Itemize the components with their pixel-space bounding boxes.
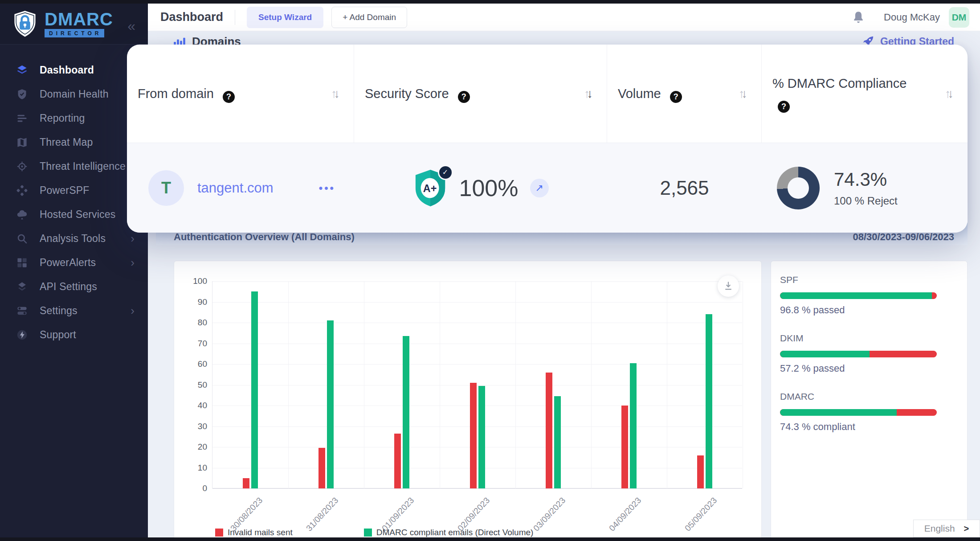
chart-legend: Invalid mails sentDMARC compliant emails… xyxy=(215,528,533,537)
sidebar-item-label: Threat Map xyxy=(40,136,93,148)
chevron-right-icon: > xyxy=(964,524,969,534)
bar-compliant xyxy=(251,291,258,488)
security-shield-icon: A+ ✓ xyxy=(413,168,448,208)
score-detail-arrow-button[interactable]: ↗ xyxy=(530,179,549,197)
stat-label: DMARC xyxy=(780,391,937,402)
help-icon[interactable]: ? xyxy=(778,101,790,113)
legend-item-dmarc-compliant-emails-direct-volume-[interactable]: DMARC compliant emails (Direct Volume) xyxy=(364,528,534,537)
row-menu-dots-icon[interactable]: ••• xyxy=(319,182,335,194)
x-axis-label: 04/09/2023 xyxy=(607,496,643,533)
gridline-h xyxy=(212,344,742,344)
table-header-row: From domain ?↑↓Security Score ?↑↓Volume … xyxy=(127,45,968,143)
y-axis-tick: 100 xyxy=(185,276,207,286)
compliance-percent: 74.3% xyxy=(834,169,898,190)
user-name[interactable]: Doug McKay xyxy=(884,12,940,23)
domain-link[interactable]: tangent.com xyxy=(197,180,274,196)
stat-bar-fill xyxy=(780,351,870,357)
sidebar-item-threat-map[interactable]: Threat Map xyxy=(0,130,148,154)
svg-text:A+: A+ xyxy=(423,182,437,194)
spf-dots-icon xyxy=(16,184,28,197)
bar-invalid xyxy=(697,455,704,488)
shield-lock-logo-icon xyxy=(12,10,37,38)
y-axis-tick: 30 xyxy=(185,422,207,431)
topbar-divider xyxy=(235,10,235,25)
sort-icons[interactable]: ↑↓ xyxy=(945,87,951,101)
download-icon xyxy=(723,280,734,292)
bar-compliant xyxy=(706,314,712,488)
gridline-h xyxy=(212,302,742,303)
stat-bar-spf xyxy=(780,292,937,299)
stat-value-text: 57.2 % passed xyxy=(780,363,937,374)
notifications-bell-icon[interactable] xyxy=(851,10,866,25)
legend-item-invalid-mails-sent[interactable]: Invalid mails sent xyxy=(215,528,293,537)
logo-title: DMARC xyxy=(45,10,113,28)
user-avatar[interactable]: DM xyxy=(949,7,969,28)
chart-download-button[interactable] xyxy=(718,275,739,297)
add-domain-button[interactable]: + Add Domain xyxy=(331,7,407,28)
legend-label: Invalid mails sent xyxy=(228,528,293,537)
sidebar-item-hosted-services[interactable]: Hosted Services xyxy=(0,202,148,226)
sidebar-item-label: Dashboard xyxy=(40,64,94,76)
bar-invalid xyxy=(470,383,477,488)
column-label: % DMARC Compliance ? xyxy=(772,74,927,114)
cloud-icon xyxy=(16,209,28,221)
domains-table-card: From domain ?↑↓Security Score ?↑↓Volume … xyxy=(127,45,968,233)
y-axis-tick: 0 xyxy=(185,484,207,493)
column-header-volume[interactable]: Volume ?↑↓ xyxy=(607,45,762,143)
sidebar-item-support[interactable]: Support xyxy=(0,323,148,347)
language-selector[interactable]: English > xyxy=(913,520,980,537)
sort-down-icon: ↓ xyxy=(587,87,590,100)
column-label: Security Score ? xyxy=(365,84,470,104)
bar-invalid xyxy=(318,448,325,488)
shield-check-icon xyxy=(16,88,28,100)
column-label: From domain ? xyxy=(138,84,235,104)
bar-invalid xyxy=(621,406,628,488)
stat-value-text: 96.8 % passed xyxy=(780,304,937,316)
sidebar-item-analysis-tools[interactable]: Analysis Tools› xyxy=(0,226,148,250)
column-label: Volume ? xyxy=(618,84,682,104)
bar-invalid xyxy=(394,434,401,488)
sidebar-item-reporting[interactable]: Reporting xyxy=(0,106,148,130)
sidebar-item-api-settings[interactable]: API Settings xyxy=(0,275,148,299)
setup-wizard-button[interactable]: Setup Wizard xyxy=(247,7,323,28)
help-icon[interactable]: ? xyxy=(458,91,470,103)
bar-compliant xyxy=(327,320,334,488)
legend-swatch xyxy=(364,529,372,537)
cell-security-score: A+ ✓ 100% ↗ xyxy=(354,143,607,233)
gridline-h xyxy=(212,447,742,447)
sort-icons[interactable]: ↑↓ xyxy=(331,87,337,101)
sort-icons[interactable]: ↑↓ xyxy=(584,87,590,101)
cell-from-domain: T tangent.com ••• xyxy=(127,143,354,233)
sidebar-item-poweralerts[interactable]: PowerAlerts› xyxy=(0,250,148,275)
gridline-h xyxy=(212,281,742,282)
column-header-security-score[interactable]: Security Score ?↑↓ xyxy=(354,45,607,143)
help-icon[interactable]: ? xyxy=(670,91,682,103)
sidebar-item-powerspf[interactable]: PowerSPF xyxy=(0,178,148,202)
cell-volume: 2,565 xyxy=(607,143,762,233)
sidebar-item-settings[interactable]: Settings› xyxy=(0,299,148,323)
bar-compliant xyxy=(478,386,485,488)
language-label: English xyxy=(924,523,955,534)
sort-icons[interactable]: ↑↓ xyxy=(739,87,744,101)
table-row[interactable]: T tangent.com ••• A+ ✓ 100% ↗ 2,565 74.3… xyxy=(127,143,968,233)
sidebar-item-dashboard[interactable]: Dashboard xyxy=(0,58,148,82)
y-axis-tick: 40 xyxy=(185,401,207,410)
gridline-h xyxy=(212,323,742,323)
sidebar-item-domain-health[interactable]: Domain Health xyxy=(0,82,148,106)
x-axis-line xyxy=(212,488,742,489)
gridline-h xyxy=(212,468,742,468)
sidebar-collapse-icon[interactable]: « xyxy=(127,19,135,33)
y-axis-tick: 90 xyxy=(185,297,207,307)
chevron-right-icon: › xyxy=(131,256,135,270)
gridline-h xyxy=(212,364,742,365)
stat-bar-fill xyxy=(780,292,932,299)
x-axis-label: 05/09/2023 xyxy=(683,496,719,533)
column-header--dmarc-compliance[interactable]: % DMARC Compliance ?↑↓ xyxy=(762,45,968,143)
gridline-v xyxy=(591,281,592,488)
sidebar-item-threat-intelligence[interactable]: Threat Intelligence xyxy=(0,154,148,178)
stat-bar-dkim xyxy=(780,351,937,357)
search-icon xyxy=(16,233,28,245)
sidebar-item-label: Support xyxy=(40,329,76,341)
column-header-from-domain[interactable]: From domain ?↑↓ xyxy=(127,45,354,143)
help-icon[interactable]: ? xyxy=(223,91,235,103)
